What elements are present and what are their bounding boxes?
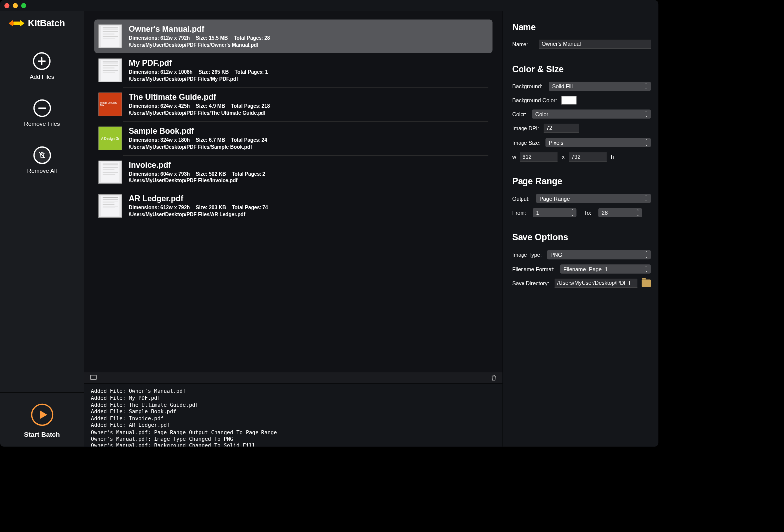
file-item[interactable]: My PDF.pdfDimensions: 612w x 1008hSize: …: [94, 54, 492, 87]
dimension-separator: x: [562, 154, 564, 160]
file-item[interactable]: A Design GrSample Book.pdfDimensions: 32…: [94, 122, 492, 155]
remove-files-button[interactable]: Remove Files: [24, 99, 60, 127]
from-select[interactable]: 1⌃⌄: [533, 208, 576, 217]
svg-rect-33: [103, 204, 115, 205]
file-path: /Users/MyUser/Desktop/PDF Files/The Ulti…: [129, 110, 270, 116]
svg-rect-32: [103, 203, 115, 203]
app-name: KitBatch: [28, 18, 65, 29]
window-maximize-button[interactable]: [21, 3, 26, 8]
titlebar: [0, 0, 658, 11]
browse-folder-button[interactable]: [642, 279, 651, 287]
save-options-section: Save Options Image Type: PNG⌃⌄ Filename …: [512, 232, 651, 288]
trash-icon: [33, 146, 51, 164]
color-select[interactable]: Color⌃⌄: [532, 109, 651, 118]
plus-icon: [33, 52, 51, 70]
svg-rect-24: [103, 169, 115, 170]
file-item[interactable]: AR Ledger.pdfDimensions: 612w x 792hSize…: [94, 189, 492, 223]
svg-rect-5: [103, 27, 118, 28]
window-close-button[interactable]: [4, 3, 9, 8]
svg-rect-9: [103, 35, 115, 35]
svg-marker-3: [40, 410, 47, 419]
svg-marker-1: [14, 20, 25, 26]
image-type-label: Image Type:: [512, 252, 543, 258]
add-files-button[interactable]: Add Files: [30, 52, 54, 80]
bgcolor-swatch[interactable]: [561, 96, 576, 104]
page-range-title: Page Range: [512, 177, 651, 186]
color-size-section: Color & Size Background: Solid Fill⌃⌄ Ba…: [512, 64, 651, 162]
file-meta: Dimensions: 612w x 792hSize: 203 KBTotal…: [129, 205, 268, 211]
file-thumbnail: [98, 59, 122, 82]
file-thumbnail: A Design Gr: [98, 127, 122, 150]
svg-rect-37: [91, 379, 97, 380]
svg-rect-13: [103, 62, 118, 63]
console-icon[interactable]: [90, 375, 97, 381]
page-range-section: Page Range Output: Page Range⌃⌄ From: 1⌃…: [512, 177, 651, 217]
file-title: Owner's Manual.pdf: [129, 25, 270, 34]
image-size-select[interactable]: Pixels⌃⌄: [545, 138, 651, 147]
minus-icon: [33, 99, 51, 117]
svg-rect-8: [103, 33, 115, 33]
svg-rect-11: [103, 38, 115, 38]
app-window: KitBatch Add Files Remove Files: [0, 0, 659, 447]
svg-rect-25: [103, 171, 115, 171]
file-meta: Dimensions: 604w x 793hSize: 502 KBTotal…: [129, 171, 265, 177]
svg-rect-21: [103, 164, 118, 165]
svg-rect-7: [103, 31, 118, 32]
remove-all-button[interactable]: Remove All: [27, 146, 57, 174]
svg-rect-23: [103, 167, 118, 168]
background-select[interactable]: Solid Fill⌃⌄: [549, 82, 651, 91]
background-label: Background:: [512, 83, 545, 90]
name-section-title: Name: [512, 22, 651, 32]
image-size-label: Image Size:: [512, 139, 541, 146]
width-label: w: [512, 154, 516, 160]
image-type-select[interactable]: PNG⌃⌄: [547, 250, 651, 259]
svg-rect-35: [103, 208, 115, 208]
color-size-title: Color & Size: [512, 64, 651, 74]
file-meta: Dimensions: 624w x 425hSize: 4.9 MBTotal…: [129, 103, 270, 109]
file-item[interactable]: Wings Of Glory MixThe Ultimate Guide.pdf…: [94, 88, 492, 121]
svg-rect-10: [103, 36, 118, 37]
name-label: Name:: [512, 41, 535, 48]
remove-files-label: Remove Files: [24, 120, 60, 127]
sidebar: KitBatch Add Files Remove Files: [0, 11, 84, 447]
width-input[interactable]: [520, 152, 558, 161]
clear-log-button[interactable]: [491, 374, 497, 381]
dpi-input[interactable]: [544, 124, 579, 133]
svg-rect-27: [103, 174, 115, 175]
svg-rect-18: [103, 70, 118, 71]
file-list[interactable]: Owner's Manual.pdfDimensions: 612w x 792…: [84, 11, 503, 372]
file-item[interactable]: Owner's Manual.pdfDimensions: 612w x 792…: [94, 19, 492, 53]
file-thumbnail: [98, 161, 122, 184]
logo-arrows-icon: [9, 19, 25, 28]
output-select[interactable]: Page Range⌃⌄: [536, 194, 651, 203]
remove-all-label: Remove All: [27, 167, 57, 174]
svg-rect-22: [103, 166, 118, 166]
name-input[interactable]: [539, 40, 651, 49]
to-select[interactable]: 28⌃⌄: [598, 208, 642, 217]
save-dir-label: Save Directory:: [512, 280, 550, 287]
file-meta: Dimensions: 612w x 792hSize: 15.5 MBTota…: [129, 35, 270, 41]
log-toolbar: [84, 372, 503, 384]
file-title: The Ultimate Guide.pdf: [129, 93, 270, 102]
color-label: Color:: [512, 111, 528, 117]
start-batch-label: Start Batch: [24, 431, 60, 438]
svg-rect-34: [103, 206, 118, 206]
height-input[interactable]: [569, 152, 607, 161]
to-label: To:: [584, 210, 594, 216]
inspector-panel: Name Name: Color & Size Background: Soli…: [503, 11, 659, 447]
bgcolor-label: Background Color:: [512, 97, 557, 104]
window-minimize-button[interactable]: [13, 3, 18, 8]
svg-rect-6: [103, 30, 118, 30]
filename-format-select[interactable]: Filename_Page_1⌃⌄: [560, 264, 651, 273]
output-label: Output:: [512, 195, 532, 202]
file-path: /Users/MyUser/Desktop/PDF Files/My PDF.p…: [129, 76, 268, 82]
app-logo: KitBatch: [0, 11, 84, 32]
file-meta: Dimensions: 324w x 180hSize: 6.7 MBTotal…: [129, 137, 267, 143]
file-item[interactable]: Invoice.pdfDimensions: 604w x 793hSize: …: [94, 156, 492, 189]
svg-rect-17: [103, 69, 115, 69]
add-files-label: Add Files: [30, 73, 54, 80]
file-path: /Users/MyUser/Desktop/PDF Files/Sample B…: [129, 144, 267, 150]
file-thumbnail: Wings Of Glory Mix: [98, 93, 122, 116]
save-dir-input[interactable]: [555, 279, 638, 288]
start-batch-button[interactable]: [30, 403, 54, 426]
